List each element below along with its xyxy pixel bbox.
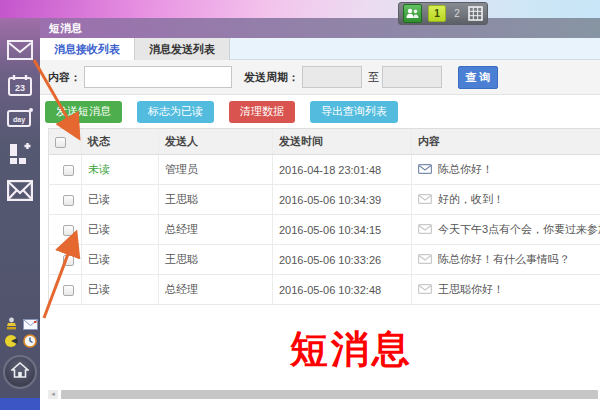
annotation-label: 短消息 [290, 324, 413, 375]
scroll-left-button[interactable]: ◂ [48, 390, 58, 399]
mail-icon [7, 40, 33, 64]
message-content: 好的，收到！ [438, 193, 504, 205]
time-cell: 2016-05-06 10:34:39 [273, 185, 412, 215]
main-panel: 短消息 消息接收列表 消息发送列表 内容： 发送周期： 至 查 询 发送短消息 … [40, 18, 600, 410]
table-row: 已读 王思聪 2016-05-06 10:34:39 好的，收到！ [49, 185, 600, 215]
sidebar-bottom-strip [0, 398, 40, 410]
calendar-23-icon: 23 [8, 74, 32, 100]
header-sender: 发送人 [159, 129, 273, 155]
horizontal-scrollbar: ◂ [48, 389, 598, 399]
time-cell: 2016-05-06 10:34:15 [273, 215, 412, 245]
mail-small-icon [23, 316, 38, 334]
yellow-ball-icon [4, 334, 18, 352]
message-envelope-icon [418, 194, 432, 206]
header-time: 发送时间 [273, 129, 412, 155]
table-header-row: 状态 发送人 发送时间 内容 [49, 129, 600, 155]
sidebar: 23 day [0, 18, 40, 410]
message-content: 王思聪你好！ [438, 283, 504, 295]
clock-icon [23, 334, 37, 352]
sender-cell: 总经理 [159, 215, 273, 245]
row-checkbox[interactable] [63, 165, 74, 176]
mark-read-button[interactable]: 标志为已读 [137, 101, 214, 123]
day-calendar-icon: day [7, 108, 33, 132]
contacts-icon[interactable] [403, 4, 422, 23]
time-cell: 2016-04-18 23:01:48 [273, 155, 412, 185]
sidebar-item-ball[interactable] [3, 336, 19, 350]
message-envelope-icon [418, 284, 432, 296]
filter-bar: 内容： 发送周期： 至 查 询 [40, 60, 600, 95]
screen-tab-1[interactable]: 1 [428, 5, 446, 22]
scrollbar-thumb[interactable] [61, 390, 598, 399]
search-button[interactable]: 查 询 [458, 66, 498, 89]
tab-send-list[interactable]: 消息发送列表 [135, 38, 230, 60]
message-envelope-icon [418, 164, 432, 176]
calendar-day-number: 23 [15, 83, 25, 93]
sidebar-item-mail[interactable] [0, 40, 40, 64]
message-envelope-icon [418, 224, 432, 236]
message-content: 陈总你好！ [438, 163, 493, 175]
message-content: 陈总你好！有什么事情吗？ [438, 253, 570, 265]
select-all-checkbox[interactable] [55, 137, 66, 148]
period-start-input[interactable] [302, 66, 362, 88]
status-text: 已读 [88, 253, 110, 265]
time-cell: 2016-05-06 10:33:26 [273, 245, 412, 275]
mail-bold-icon [7, 180, 33, 205]
table-row: 已读 总经理 2016-05-06 10:34:15 今天下午3点有个会，你要过… [49, 215, 600, 245]
table-row: 已读 王思聪 2016-05-06 10:33:26 陈总你好！有什么事情吗？ [49, 245, 600, 275]
sidebar-item-clock[interactable] [22, 336, 38, 350]
to-label: 至 [368, 70, 379, 85]
award-icon [5, 316, 18, 334]
sidebar-item-mail-small[interactable] [22, 318, 38, 332]
screen-tab-2[interactable]: 2 [452, 8, 462, 19]
period-label: 发送周期： [244, 70, 299, 85]
floating-toolbar: 1 2 [398, 2, 488, 25]
status-text: 已读 [88, 193, 110, 205]
status-text: 未读 [88, 163, 110, 175]
sender-cell: 总经理 [159, 275, 273, 305]
grid-icon[interactable] [468, 6, 483, 21]
message-envelope-icon [418, 254, 432, 266]
page-title: 短消息 [49, 22, 82, 34]
table-row: 未读 管理员 2016-04-18 23:01:48 陈总你好！ [49, 155, 600, 185]
header-status: 状态 [82, 129, 159, 155]
send-message-button[interactable]: 发送短消息 [45, 101, 122, 123]
status-text: 已读 [88, 223, 110, 235]
time-cell: 2016-05-06 10:32:48 [273, 275, 412, 305]
sidebar-item-award[interactable] [3, 318, 19, 332]
sender-cell: 王思聪 [159, 245, 273, 275]
clean-data-button[interactable]: 清理数据 [229, 101, 295, 123]
row-checkbox[interactable] [63, 285, 74, 296]
sender-cell: 王思聪 [159, 185, 273, 215]
message-table: 状态 发送人 发送时间 内容 未读 管理员 2016-04-18 23:01:4… [48, 128, 600, 305]
row-checkbox[interactable] [63, 255, 74, 266]
row-checkbox[interactable] [63, 225, 74, 236]
export-list-button[interactable]: 导出查询列表 [310, 101, 398, 123]
home-button[interactable] [3, 355, 37, 389]
svg-text:day: day [13, 116, 25, 124]
row-checkbox[interactable] [63, 195, 74, 206]
tab-receive-list[interactable]: 消息接收列表 [40, 38, 135, 60]
sidebar-item-modules[interactable] [0, 142, 40, 170]
status-text: 已读 [88, 283, 110, 295]
content-label: 内容： [48, 70, 81, 85]
content-search-input[interactable] [84, 66, 232, 88]
tab-bar: 消息接收列表 消息发送列表 [40, 38, 600, 60]
home-icon [11, 362, 29, 382]
table-row: 已读 总经理 2016-05-06 10:32:48 王思聪你好！ [49, 275, 600, 305]
sidebar-item-calendar[interactable]: 23 [0, 74, 40, 100]
message-content: 今天下午3点有个会，你要过来参加 [438, 223, 600, 235]
window-titlebar: 短消息 [40, 18, 600, 38]
sidebar-item-day[interactable]: day [0, 108, 40, 132]
sender-cell: 管理员 [159, 155, 273, 185]
header-content: 内容 [412, 129, 600, 155]
period-end-input[interactable] [382, 66, 442, 88]
sidebar-item-mail2[interactable] [0, 180, 40, 205]
add-modules-icon [8, 142, 32, 170]
action-bar: 发送短消息 标志为已读 清理数据 导出查询列表 [40, 95, 600, 128]
